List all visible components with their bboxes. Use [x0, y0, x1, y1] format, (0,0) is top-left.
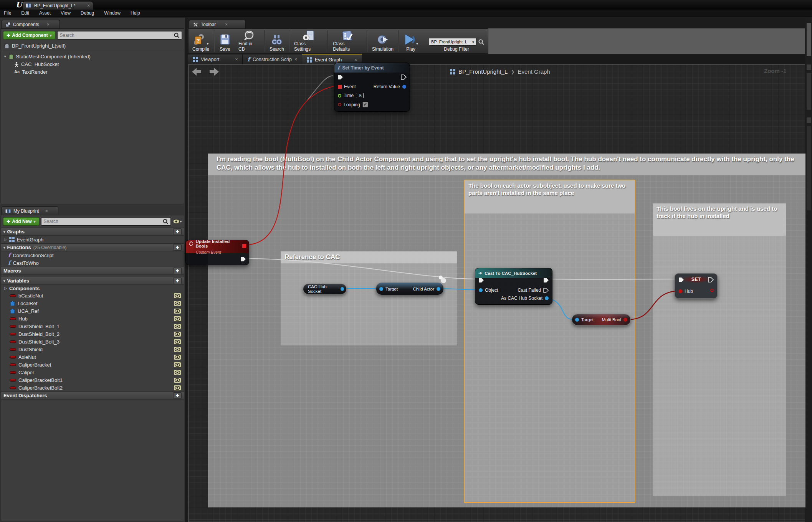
eye-icon[interactable]	[174, 362, 181, 367]
components-search-input[interactable]	[60, 33, 174, 38]
nav-back-button[interactable]	[192, 68, 202, 76]
debug-filter-select[interactable]: BP_FrontUpright_L ▾	[429, 38, 476, 46]
variable-row[interactable]: DustShield_Bolt_2	[1, 330, 184, 338]
object-in-pin[interactable]	[479, 288, 483, 292]
tree-item-self[interactable]: BP_FrontUpright_L(self)	[1, 42, 184, 50]
breadcrumb-root[interactable]: BP_FrontUpright_L	[458, 68, 508, 75]
menu-help[interactable]: Help	[131, 10, 140, 16]
variables-section-header[interactable]: ▾ Variables ✚	[1, 277, 184, 285]
looping-pin[interactable]	[338, 103, 341, 106]
variables-components-group[interactable]: ▷ Components	[1, 285, 184, 292]
eye-icon[interactable]	[174, 332, 181, 337]
node-get-multi-bool[interactable]: Target Multi Bool	[572, 314, 631, 325]
comment-reference-to-cac[interactable]: Reference to CAC	[281, 251, 457, 345]
functions-section-header[interactable]: ▾ Functions (25 Overridable) ✚	[1, 243, 184, 251]
variable-row[interactable]: DustShield_Bolt_1	[1, 322, 184, 330]
node-update-installed-bools[interactable]: Update Installed Bools Custom Event	[185, 240, 249, 265]
collapse-arrow-icon[interactable]: ▾	[4, 55, 6, 58]
variable-row[interactable]: Hub	[1, 315, 184, 322]
eye-icon[interactable]	[174, 293, 181, 298]
menu-asset[interactable]: Asset	[39, 10, 51, 16]
looping-checkbox[interactable]: ✔	[362, 102, 368, 107]
simulation-button[interactable]: Simulation	[368, 29, 397, 53]
add-variable-button[interactable]: ✚	[173, 278, 182, 284]
child-actor-out-pin[interactable]	[437, 287, 440, 291]
comment-subobject-selected[interactable]: The bool on each actor subobject. used t…	[464, 180, 635, 503]
variable-row[interactable]: DustShield	[1, 345, 184, 353]
my-blueprint-search-input[interactable]	[44, 219, 163, 224]
hub-in-pin[interactable]	[678, 289, 682, 293]
as-cac-hub-socket-pin[interactable]	[545, 296, 549, 300]
tab-viewport[interactable]: Viewport ×	[188, 55, 243, 64]
add-event-dispatcher-button[interactable]: ✚	[173, 392, 182, 399]
eye-icon[interactable]	[174, 385, 181, 390]
function-row-casttowho[interactable]: f CastToWho	[1, 259, 184, 267]
class-defaults-button[interactable]: Class Defaults	[329, 29, 366, 53]
menu-view[interactable]: View	[61, 10, 71, 16]
menu-window[interactable]: Window	[104, 10, 121, 16]
close-icon[interactable]: ×	[294, 57, 297, 62]
add-new-button[interactable]: ✚ Add New ▾	[3, 217, 39, 226]
variable-row[interactable]: DustShield_Bolt_3	[1, 338, 184, 345]
target-in-pin[interactable]	[575, 318, 579, 322]
object-out-pin[interactable]	[341, 287, 344, 291]
breadcrumb-leaf[interactable]: Event Graph	[518, 68, 550, 75]
close-icon[interactable]: ×	[225, 22, 228, 27]
search-icon[interactable]	[478, 39, 484, 45]
close-icon[interactable]: ×	[354, 58, 357, 62]
variable-row[interactable]: Caliper	[1, 368, 184, 376]
eye-icon[interactable]	[174, 316, 181, 321]
close-icon[interactable]: ×	[87, 3, 90, 8]
eye-icon[interactable]	[174, 324, 181, 329]
cast-failed-exec-pin[interactable]	[543, 288, 549, 293]
node-set-hub[interactable]: SET Hub	[675, 273, 718, 299]
variable-row[interactable]: bCastleNut	[1, 292, 184, 299]
visibility-filter-button[interactable]	[173, 219, 182, 224]
exec-out-pin[interactable]	[543, 278, 549, 283]
exec-out-pin[interactable]	[240, 256, 246, 262]
event-dispatchers-header[interactable]: Event Dispatchers ✚	[1, 392, 184, 400]
tab-construction-script[interactable]: f Construction Scrip ×	[243, 55, 302, 64]
node-cast-to-cac-hubsocket[interactable]: ➔ Cast To CAC_HubSocket Object Cast Fail…	[475, 268, 552, 305]
tree-item-staticmesh[interactable]: ▾ StaticMeshComponent (Inherited)	[1, 53, 184, 60]
menu-debug[interactable]: Debug	[81, 10, 94, 16]
close-icon[interactable]: ×	[47, 22, 50, 27]
chevron-down-icon[interactable]: ▾	[207, 41, 208, 46]
asset-document-tab[interactable]: BP_FrontUpright_L* ×	[22, 1, 93, 10]
function-row-constructionscript[interactable]: f ConstructionScript	[1, 251, 184, 259]
target-in-pin[interactable]	[379, 287, 383, 291]
save-button[interactable]: Save	[215, 29, 235, 53]
add-macro-button[interactable]: ✚	[173, 268, 182, 274]
expand-arrow-icon[interactable]: ▷	[4, 286, 7, 290]
components-search[interactable]	[57, 31, 182, 40]
chevron-down-icon[interactable]: ▾	[416, 41, 418, 46]
exec-out-pin[interactable]	[708, 277, 714, 282]
exec-in-pin[interactable]	[337, 74, 343, 80]
hub-out-pin[interactable]	[710, 289, 714, 292]
compile-button[interactable]: ? ▾ Compile	[189, 29, 213, 53]
tree-item-cac-hubsocket[interactable]: CAC_HubSocket	[1, 60, 184, 68]
menu-file[interactable]: File	[4, 10, 11, 16]
close-icon[interactable]: ×	[45, 209, 48, 213]
node-get-child-actor[interactable]: Target Child Actor	[376, 282, 444, 295]
comment-upright-bool[interactable]: This bool lives on the upright and is us…	[653, 203, 786, 496]
variable-row[interactable]: AxleNut	[1, 353, 184, 361]
my-blueprint-search[interactable]	[41, 217, 171, 226]
eye-icon[interactable]	[174, 378, 181, 383]
time-pin[interactable]	[338, 94, 341, 97]
eye-icon[interactable]	[174, 301, 181, 306]
variable-row[interactable]: CaliperBracketBolt1	[1, 376, 184, 384]
add-graph-button[interactable]: ✚	[173, 228, 182, 235]
eye-icon[interactable]	[174, 347, 181, 352]
event-delegate-pin[interactable]	[338, 85, 342, 89]
nav-forward-button[interactable]	[209, 68, 219, 76]
exec-in-pin[interactable]	[678, 277, 684, 282]
search-button[interactable]: Search	[266, 29, 288, 53]
variable-row[interactable]: CaliperBracket	[1, 361, 184, 368]
event-graph-row[interactable]: ▷ EventGraph	[1, 236, 184, 243]
eye-icon[interactable]	[174, 309, 181, 314]
components-panel-tab[interactable]: Components ×	[2, 20, 60, 28]
find-in-cb-button[interactable]: Find in CB	[235, 29, 263, 53]
tree-item-textrender[interactable]: Aa TextRender	[1, 68, 184, 76]
variable-row[interactable]: LocalRef	[1, 299, 184, 307]
